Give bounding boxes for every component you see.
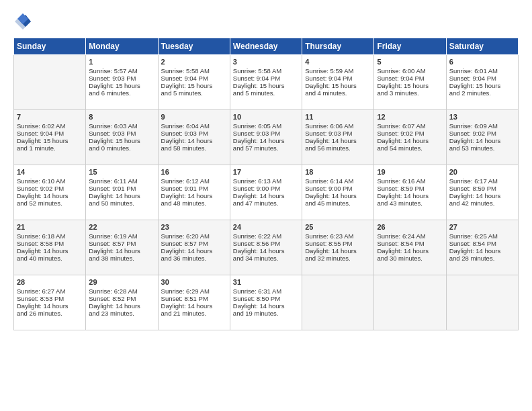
- day-number: 7: [17, 113, 83, 121]
- day-number: 25: [305, 223, 371, 231]
- day-number: 10: [233, 113, 299, 121]
- day-info: Sunrise: 6:12 AM: [161, 177, 227, 185]
- day-number: 12: [377, 113, 443, 121]
- day-info: and 26 minutes.: [17, 310, 83, 317]
- day-cell: 1Sunrise: 5:57 AMSunset: 9:03 PMDaylight…: [86, 55, 158, 110]
- day-cell: 26Sunrise: 6:24 AMSunset: 8:54 PMDayligh…: [374, 220, 446, 275]
- day-info: Sunrise: 6:22 AM: [233, 232, 299, 240]
- day-info: and 0 minutes.: [89, 144, 154, 152]
- day-info: Sunset: 9:00 PM: [305, 185, 371, 192]
- day-cell: 13Sunrise: 6:09 AMSunset: 9:02 PMDayligh…: [446, 110, 518, 165]
- day-info: Daylight: 15 hours: [161, 82, 227, 89]
- day-cell: 15Sunrise: 6:11 AMSunset: 9:01 PMDayligh…: [86, 165, 158, 220]
- day-cell: 3Sunrise: 5:58 AMSunset: 9:04 PMDaylight…: [230, 55, 302, 110]
- day-info: Sunset: 8:54 PM: [449, 240, 515, 247]
- day-number: 27: [449, 223, 515, 231]
- day-info: and 38 minutes.: [89, 255, 154, 262]
- day-info: and 36 minutes.: [161, 255, 227, 262]
- day-number: 21: [17, 223, 83, 231]
- day-number: 6: [449, 58, 515, 66]
- day-cell: [374, 275, 446, 330]
- day-info: Sunset: 8:59 PM: [449, 185, 515, 192]
- page: SundayMondayTuesdayWednesdayThursdayFrid…: [0, 0, 532, 337]
- day-number: 18: [305, 168, 371, 176]
- day-info: Daylight: 14 hours: [233, 302, 299, 310]
- day-info: and 45 minutes.: [305, 199, 371, 207]
- day-info: and 47 minutes.: [233, 199, 299, 207]
- day-cell: 4Sunrise: 5:59 AMSunset: 9:04 PMDaylight…: [302, 55, 374, 110]
- day-number: 24: [233, 223, 299, 231]
- day-cell: 24Sunrise: 6:22 AMSunset: 8:56 PMDayligh…: [230, 220, 302, 275]
- day-info: Sunset: 9:00 PM: [233, 185, 299, 192]
- day-cell: 12Sunrise: 6:07 AMSunset: 9:02 PMDayligh…: [374, 110, 446, 165]
- day-number: 15: [89, 168, 154, 176]
- day-info: Sunset: 9:04 PM: [305, 75, 371, 82]
- day-info: Daylight: 14 hours: [161, 192, 227, 199]
- day-number: 28: [17, 278, 83, 286]
- day-cell: 29Sunrise: 6:28 AMSunset: 8:52 PMDayligh…: [86, 275, 158, 330]
- col-header-tuesday: Tuesday: [158, 38, 230, 55]
- day-info: Sunrise: 6:05 AM: [233, 122, 299, 130]
- day-info: Sunrise: 6:13 AM: [233, 177, 299, 185]
- day-cell: 16Sunrise: 6:12 AMSunset: 9:01 PMDayligh…: [158, 165, 230, 220]
- day-info: Daylight: 14 hours: [449, 137, 515, 144]
- day-info: and 21 minutes.: [161, 310, 227, 317]
- day-cell: 6Sunrise: 6:01 AMSunset: 9:04 PMDaylight…: [446, 55, 518, 110]
- day-info: and 30 minutes.: [377, 255, 443, 262]
- day-cell: [446, 275, 518, 330]
- day-info: and 42 minutes.: [449, 199, 515, 207]
- day-cell: 28Sunrise: 6:27 AMSunset: 8:53 PMDayligh…: [14, 275, 86, 330]
- day-info: Daylight: 14 hours: [233, 247, 299, 255]
- day-info: Sunset: 9:02 PM: [17, 185, 83, 192]
- day-number: 19: [377, 168, 443, 176]
- logo: [13, 12, 35, 31]
- day-cell: 7Sunrise: 6:02 AMSunset: 9:04 PMDaylight…: [14, 110, 86, 165]
- calendar-table: SundayMondayTuesdayWednesdayThursdayFrid…: [13, 38, 519, 330]
- day-info: Daylight: 14 hours: [161, 247, 227, 255]
- day-info: and 43 minutes.: [377, 199, 443, 207]
- day-number: 30: [161, 278, 227, 286]
- day-info: Daylight: 14 hours: [377, 247, 443, 255]
- day-info: Daylight: 15 hours: [305, 82, 371, 89]
- day-info: Sunrise: 6:04 AM: [161, 122, 227, 130]
- header: [13, 12, 519, 31]
- day-info: Sunrise: 6:28 AM: [89, 287, 154, 295]
- day-info: Daylight: 15 hours: [89, 82, 154, 89]
- day-info: and 6 minutes.: [89, 89, 154, 97]
- day-info: Sunset: 8:53 PM: [17, 295, 83, 302]
- col-header-thursday: Thursday: [302, 38, 374, 55]
- week-row-5: 28Sunrise: 6:27 AMSunset: 8:53 PMDayligh…: [14, 275, 519, 330]
- day-info: and 3 minutes.: [377, 89, 443, 97]
- col-header-sunday: Sunday: [14, 38, 86, 55]
- day-number: 1: [89, 58, 154, 66]
- logo-icon: [13, 12, 32, 31]
- day-info: Daylight: 14 hours: [89, 302, 154, 310]
- day-number: 9: [161, 113, 227, 121]
- week-row-4: 21Sunrise: 6:18 AMSunset: 8:58 PMDayligh…: [14, 220, 519, 275]
- day-info: and 34 minutes.: [233, 255, 299, 262]
- day-info: Sunrise: 6:29 AM: [161, 287, 227, 295]
- day-info: and 57 minutes.: [233, 144, 299, 152]
- day-info: Daylight: 14 hours: [17, 192, 83, 199]
- day-cell: 23Sunrise: 6:20 AMSunset: 8:57 PMDayligh…: [158, 220, 230, 275]
- day-cell: 22Sunrise: 6:19 AMSunset: 8:57 PMDayligh…: [86, 220, 158, 275]
- day-info: and 23 minutes.: [89, 310, 154, 317]
- day-info: Sunset: 9:02 PM: [377, 130, 443, 137]
- col-header-wednesday: Wednesday: [230, 38, 302, 55]
- day-info: Sunset: 9:03 PM: [89, 75, 154, 82]
- day-info: Daylight: 15 hours: [17, 137, 83, 144]
- day-info: and 54 minutes.: [377, 144, 443, 152]
- day-cell: 27Sunrise: 6:25 AMSunset: 8:54 PMDayligh…: [446, 220, 518, 275]
- day-info: Sunrise: 6:02 AM: [17, 122, 83, 130]
- day-info: Sunrise: 5:58 AM: [161, 67, 227, 75]
- day-number: 5: [377, 58, 443, 66]
- day-info: and 53 minutes.: [449, 144, 515, 152]
- week-row-2: 7Sunrise: 6:02 AMSunset: 9:04 PMDaylight…: [14, 110, 519, 165]
- day-cell: 20Sunrise: 6:17 AMSunset: 8:59 PMDayligh…: [446, 165, 518, 220]
- day-number: 11: [305, 113, 371, 121]
- day-info: Sunset: 8:51 PM: [161, 295, 227, 302]
- day-number: 31: [233, 278, 299, 286]
- day-info: Sunrise: 6:24 AM: [377, 232, 443, 240]
- day-cell: 21Sunrise: 6:18 AMSunset: 8:58 PMDayligh…: [14, 220, 86, 275]
- day-info: Daylight: 14 hours: [233, 137, 299, 144]
